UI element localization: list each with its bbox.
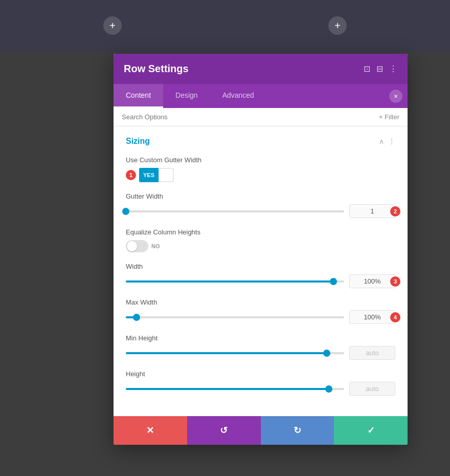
panel-title: Row Settings	[124, 63, 189, 75]
close-icon: ×	[394, 92, 398, 100]
width-thumb[interactable]	[330, 278, 337, 285]
toggle-yes-label: YES	[139, 168, 159, 182]
max-width-label: Max Width	[126, 298, 395, 306]
no-toggle-label: NO	[151, 243, 160, 249]
collapse-section-icon[interactable]: ∧	[379, 137, 384, 145]
section-more-icon[interactable]: ⋮	[388, 137, 395, 145]
max-width-input[interactable]: 100%	[349, 310, 395, 324]
equalize-heights-label: Equalize Column Heights	[126, 228, 395, 236]
background-area: + +	[0, 0, 450, 51]
reset-button[interactable]: ↺	[187, 416, 261, 445]
redo-icon: ↻	[294, 425, 301, 436]
gutter-width-row: Gutter Width 1 2	[126, 192, 395, 218]
reset-icon: ↺	[220, 425, 228, 436]
section-actions: ∧ ⋮	[379, 137, 395, 145]
fullscreen-icon[interactable]: ⊡	[364, 65, 370, 73]
max-width-slider-row: 100% 4	[126, 310, 395, 324]
more-options-icon[interactable]: ⋮	[389, 65, 397, 73]
yes-toggle[interactable]: YES	[139, 168, 174, 182]
min-height-fill	[126, 352, 327, 354]
height-track[interactable]	[126, 388, 344, 390]
gutter-width-input[interactable]: 1	[349, 204, 395, 218]
height-input[interactable]: auto	[349, 382, 395, 396]
add-section-button-left[interactable]: +	[103, 16, 122, 35]
no-toggle-knob	[127, 241, 137, 251]
no-toggle-switch[interactable]	[126, 240, 148, 252]
add-section-button-right[interactable]: +	[328, 16, 347, 35]
width-track[interactable]	[126, 280, 344, 283]
split-view-icon[interactable]: ⊟	[376, 65, 383, 73]
use-custom-gutter-toggle-group: 1 YES	[126, 168, 395, 182]
gutter-width-thumb[interactable]	[122, 208, 129, 215]
toggle-knob	[160, 169, 173, 181]
action-bar: ✕ ↺ ↻ ✓	[114, 416, 408, 445]
search-input[interactable]	[122, 113, 379, 121]
sizing-title: Sizing	[126, 137, 150, 146]
gutter-width-label: Gutter Width	[126, 192, 395, 200]
tab-advanced[interactable]: Advanced	[210, 84, 266, 108]
min-height-track[interactable]	[126, 352, 344, 354]
gutter-width-track[interactable]	[126, 210, 344, 212]
width-input[interactable]: 100%	[349, 274, 395, 288]
min-height-slider-row: auto	[126, 346, 395, 360]
max-width-thumb[interactable]	[133, 314, 140, 321]
panel-header: Row Settings ⊡ ⊟ ⋮	[114, 54, 408, 84]
gutter-width-slider-row: 1 2	[126, 204, 395, 218]
cancel-icon: ✕	[146, 425, 154, 436]
use-custom-gutter-row: Use Custom Gutter Width 1 YES	[126, 156, 395, 182]
tab-content[interactable]: Content	[114, 84, 163, 108]
gutter-width-input-wrapper: 1 2	[349, 204, 395, 218]
height-label: Height	[126, 370, 395, 378]
max-width-track[interactable]	[126, 316, 344, 318]
max-width-row: Max Width 100% 4	[126, 298, 395, 324]
save-button[interactable]: ✓	[334, 416, 408, 445]
badge-2: 2	[390, 206, 400, 217]
search-bar: + Filter	[114, 108, 408, 126]
width-input-wrapper: 100% 3	[349, 274, 395, 288]
min-height-row: Min Height auto	[126, 334, 395, 360]
row-settings-panel: Row Settings ⊡ ⊟ ⋮ Content Design Advanc…	[114, 54, 408, 445]
tabs-bar: Content Design Advanced ×	[114, 84, 408, 108]
height-slider-row: auto	[126, 382, 395, 396]
use-custom-gutter-label: Use Custom Gutter Width	[126, 156, 395, 164]
sizing-section-header: Sizing ∧ ⋮	[126, 137, 395, 146]
height-fill	[126, 388, 329, 390]
max-width-input-wrapper: 100% 4	[349, 310, 395, 324]
width-slider-row: 100% 3	[126, 274, 395, 288]
min-height-input[interactable]: auto	[349, 346, 395, 360]
close-panel-button[interactable]: ×	[389, 90, 402, 103]
equalize-heights-row: Equalize Column Heights NO	[126, 228, 395, 252]
header-icons: ⊡ ⊟ ⋮	[364, 65, 397, 73]
height-row: Height auto	[126, 370, 395, 396]
filter-button[interactable]: + Filter	[379, 113, 399, 121]
filter-label: + Filter	[379, 113, 399, 121]
redo-button[interactable]: ↻	[261, 416, 334, 445]
width-fill	[126, 280, 333, 283]
badge-3: 3	[390, 276, 400, 287]
width-row: Width 100% 3	[126, 263, 395, 288]
badge-1: 1	[126, 170, 136, 180]
tab-design[interactable]: Design	[163, 84, 210, 108]
cancel-button[interactable]: ✕	[114, 416, 187, 445]
min-height-thumb[interactable]	[323, 350, 330, 357]
badge-4: 4	[390, 312, 400, 322]
min-height-label: Min Height	[126, 334, 395, 342]
equalize-heights-toggle: NO	[126, 240, 395, 252]
height-thumb[interactable]	[325, 385, 332, 393]
settings-content: Sizing ∧ ⋮ Use Custom Gutter Width 1 YES…	[114, 126, 408, 416]
width-label: Width	[126, 263, 395, 270]
tabs-close-area: ×	[389, 84, 408, 108]
save-icon: ✓	[367, 425, 375, 436]
